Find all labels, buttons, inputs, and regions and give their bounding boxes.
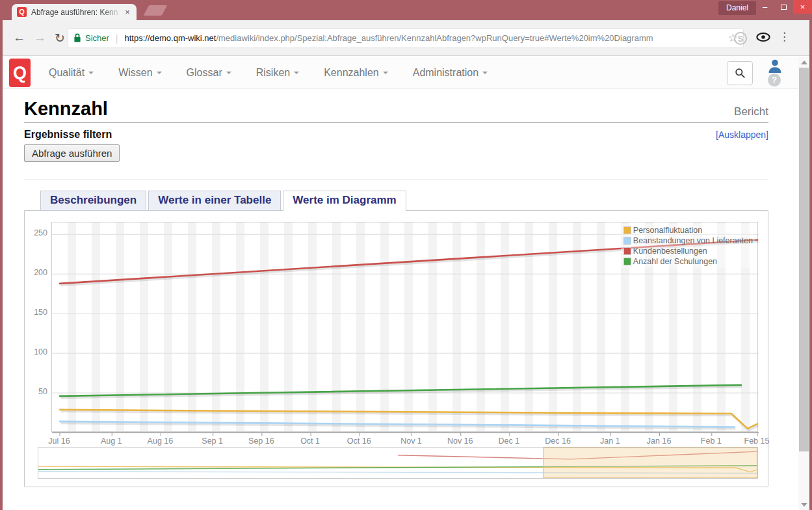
legend-label: Kundenbestellungen [633,247,707,256]
nav-item-kennzahlen[interactable]: Kennzahlen [324,67,388,79]
x-tick-label: Feb 1 [687,436,735,446]
legend-swatch [623,226,631,234]
secure-label: Sicher [85,33,109,43]
x-tick-label: Dec 1 [485,436,533,446]
legend-item-kundenbestellungen: Kundenbestellungen [623,246,753,256]
chevron-down-icon [226,72,231,74]
x-tick-label: Jul 16 [35,436,83,446]
y-tick-label: 200 [26,268,47,277]
lock-icon [73,33,81,43]
corner-label: Bericht [734,105,768,120]
page-scrollbar[interactable] [798,57,809,510]
titlebar: Q Abfrage ausführen: Kenn × Daniel – × [0,0,812,20]
url-path: /mediawiki/index.php/Spezial:Abfrage_aus… [216,33,653,43]
eye-extension-icon[interactable] [756,32,769,45]
help-icon[interactable]: ? [768,74,781,87]
filter-row: Ergebnisse filtern [Ausklappen] [24,129,768,141]
chart-legend: PersonalfluktuationBeanstandungen von Li… [621,224,755,268]
legend-swatch [623,237,631,245]
page-title: Kennzahl [24,98,108,120]
address-bar[interactable]: Sicher | https://demo.qm-wiki.net/mediaw… [68,28,744,48]
chevron-down-icon [294,72,299,74]
y-tick-label: 250 [26,228,47,237]
legend-label: Beanstandungen von Lieferanten [633,236,753,245]
browser-toolbar: ← → ↻ Sicher | https://demo.qm-wiki.net/… [3,20,809,56]
nav-item-glossar[interactable]: Glossar [187,67,231,79]
filter-heading: Ergebnisse filtern [24,129,112,141]
chevron-down-icon [383,72,388,74]
x-tick-label: Jan 1 [586,436,634,446]
x-tick-label: Feb 15 [733,436,781,446]
chevron-down-icon [157,72,162,74]
tab-beschreibungen[interactable]: Beschreibungen [40,191,146,211]
run-query-button[interactable]: Abfrage ausführen [24,144,120,162]
result-tabs: BeschreibungenWerte in einer TabelleWert… [40,191,768,211]
favicon-icon: Q [17,7,27,17]
tab-werte-im-diagramm[interactable]: Werte im Diagramm [283,191,406,211]
scroll-down-icon[interactable] [801,503,807,507]
address-separator: | [116,33,118,44]
window-border-right [809,20,812,510]
forward-button: → [34,31,46,45]
x-tick-label: Nov 1 [387,436,436,446]
url-text: https://demo.qm-wiki.net/mediawiki/index… [125,33,723,43]
legend-item-anzahl-der-schulungen: Anzahl der Schulungen [623,256,753,267]
y-tick-label: 50 [26,387,47,396]
minimize-button[interactable]: – [755,0,774,14]
x-tick-label: Sep 1 [189,436,237,446]
window-border-left [0,20,3,510]
x-tick-label: Oct 16 [335,436,383,446]
maximize-button[interactable] [774,0,793,14]
x-tick-label: Jan 16 [635,436,683,446]
y-tick-label: 150 [26,308,47,317]
chart-navigator[interactable] [38,447,758,479]
tab-close-icon[interactable]: × [122,7,133,17]
navigator-selection[interactable] [543,448,757,478]
site-logo[interactable]: Q [9,59,31,87]
close-button[interactable]: × [793,0,812,14]
tab-werte-in-einer-tabelle[interactable]: Werte in einer Tabelle [148,191,281,211]
legend-label: Personalfluktuation [633,226,702,235]
legend-swatch [623,258,631,265]
browser-window: Q Abfrage ausführen: Kenn × Daniel – × ←… [0,0,812,510]
nav-menu: QualitätWissenGlossarRisikenKennzahlenAd… [49,67,488,79]
new-tab-button[interactable] [144,5,168,16]
maximize-icon [781,5,787,10]
reload-button[interactable]: ↻ [55,31,65,46]
profile-badge[interactable]: Daniel [718,1,756,15]
legend-swatch [623,247,631,255]
chevron-down-icon [482,72,488,74]
x-tick-label: Dec 16 [534,436,582,446]
x-tick-label: Oct 1 [286,436,334,446]
x-tick-label: Aug 1 [87,436,135,446]
main-content: Kennzahl Bericht Ergebnisse filtern [Aus… [24,98,768,487]
browser-tab-title: Abfrage ausführen: Kenn [31,8,122,17]
chart-plot-area: PersonalfluktuationBeanstandungen von Li… [51,222,758,432]
search-icon [735,68,746,79]
x-tick-label: Nov 16 [436,436,484,446]
legend-item-personalfluktuation: Personalfluktuation [623,225,753,235]
search-button[interactable] [727,61,753,85]
scroll-up-icon[interactable] [801,60,807,64]
site-navbar: Q QualitätWissenGlossarRisikenKennzahlen… [3,57,798,89]
browser-menu-icon[interactable]: ⋮ [779,30,790,44]
chevron-down-icon [88,72,94,74]
secure-indicator[interactable]: Sicher [73,33,109,43]
back-button[interactable]: ← [13,31,25,45]
nav-item-wissen[interactable]: Wissen [118,67,161,79]
page-heading-row: Kennzahl Bericht [24,98,768,123]
nav-item-risiken[interactable]: Risiken [256,67,299,79]
legend-item-beanstandungen-von-lieferanten: Beanstandungen von Lieferanten [623,235,753,246]
skype-extension-icon[interactable]: S [734,32,747,45]
page-content: Q QualitätWissenGlossarRisikenKennzahlen… [3,57,798,510]
scrollbar-thumb[interactable] [799,68,809,451]
nav-item-administration[interactable]: Administration [413,67,488,79]
x-tick-label: Sep 16 [237,436,285,446]
nav-item-qualit-t[interactable]: Qualität [49,67,94,79]
diagram-panel: 50100150200250 PersonalfluktuationBeanst… [24,210,768,487]
separator [24,179,768,180]
window-controls: – × [755,0,812,14]
browser-tab[interactable]: Q Abfrage ausführen: Kenn × [12,4,137,20]
legend-label: Anzahl der Schulungen [633,257,717,266]
collapse-link[interactable]: [Ausklappen] [716,129,768,140]
